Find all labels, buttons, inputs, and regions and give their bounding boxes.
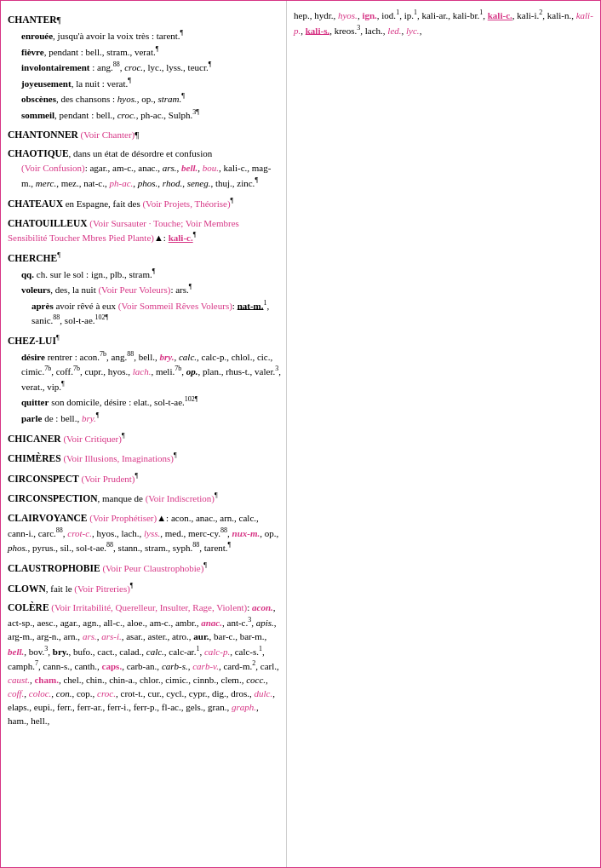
chanter-line6: sommeil, pendant : bell., croc., ph-ac.,… (8, 107, 281, 123)
page: CHANTER¶ enrouée, jusqu'à avoir la voix … (0, 0, 601, 868)
entry-chantonner: CHANTONNER (Voir Chanter)¶ (8, 128, 281, 142)
chaotique-body: (Voir Confusion): agar., am-c., anac., a… (8, 162, 281, 191)
entry-chimeres: CHIMÈRES (Voir Illusions, Imaginations)¶ (8, 451, 281, 466)
chanter-line2: fièvre, pendant : bell., stram., verat.¶ (8, 44, 281, 60)
chezlui-line1: désire rentrer : acon.7b, ang.88, bell.,… (8, 349, 281, 394)
cherche-line2: voleurs, des, la nuit (Voir Peur Voleurs… (8, 282, 281, 297)
pilcrow: ¶ (57, 14, 61, 25)
chanter-line1: enrouée, jusqu'à avoir la voix très : ta… (8, 28, 281, 43)
chanter-line5: obscènes, des chansons : hyos., op., str… (8, 91, 281, 106)
right-column: hep., hydr., hyos., ign., iod.1, ip.1, k… (287, 1, 600, 867)
cherche-line3: après avoir rêvé à eux (Voir Sommeil Rêv… (8, 298, 281, 328)
entry-chicaner: CHICANER (Voir Critiquer)¶ (8, 431, 281, 446)
entry-colere: COLÈRE (Voir Irritabilité, Querelleur, I… (8, 601, 281, 727)
chanter-line3: involontairement : ang.88, croc., lyc., … (8, 60, 281, 75)
entry-claustrophobie: CLAUSTROPHOBIE (Voir Peur Claustrophobie… (8, 560, 281, 576)
entry-cherche: CHERCHE¶ (8, 250, 281, 266)
entry-chaotique: CHAOTIQUE, dans un état de désordre et c… (8, 147, 281, 161)
chezlui-line2: quitter son domicile, désire : elat., so… (8, 394, 281, 410)
entry-circonspection: CIRCONSPECTION, manque de (Voir Indiscre… (8, 491, 281, 506)
entry-chanter: CHANTER¶ (8, 13, 281, 27)
entry-chateaux: CHATEAUX en Espagne, fait des (Voir Proj… (8, 196, 281, 211)
entry-clown: CLOWN, fait le (Voir Pitreries)¶ (8, 581, 281, 596)
entry-chez-lui: CHEZ-LUI¶ (8, 333, 281, 348)
right-line1: hep., hydr., hyos., ign., iod.1, ip.1, k… (294, 8, 595, 37)
entry-clairvoyance: CLAIRVOYANCE (Voir Prophétiser)▲: acon.,… (8, 511, 281, 555)
chanter-line4: joyeusement, la nuit : verat.¶ (8, 76, 281, 91)
entry-title-chanter: CHANTER (8, 14, 57, 25)
chezlui-line3: parle de : bell., bry.¶ (8, 411, 281, 426)
entry-chatouilleux: CHATOUILLEUX (Voir Sursauter · Touche; V… (8, 216, 281, 246)
left-column: CHANTER¶ enrouée, jusqu'à avoir la voix … (1, 1, 287, 867)
cherche-line1: qq. ch. sur le sol : ign., plb., stram.¶ (8, 267, 281, 282)
entry-circonspect: CIRCONSPECT (Voir Prudent)¶ (8, 471, 281, 486)
